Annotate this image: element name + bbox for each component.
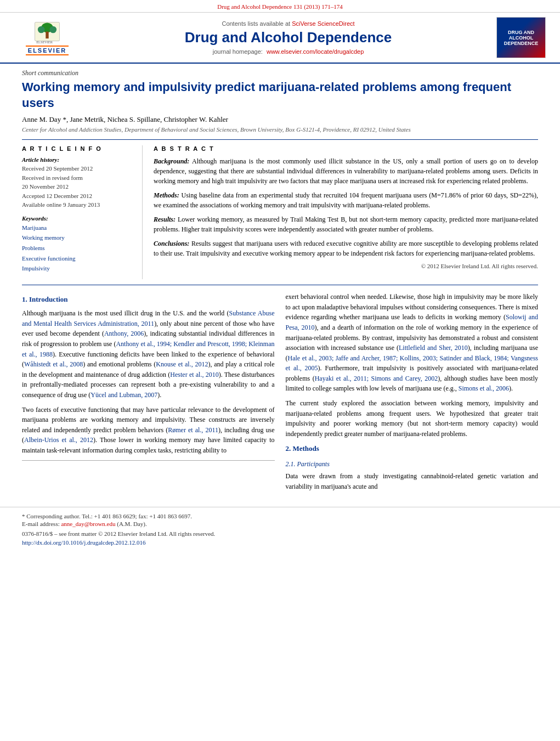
sciverse-prefix: Contents lists available at [222,20,290,27]
homepage-prefix: journal homepage: [213,48,263,55]
journal-header: ELSEVIER ELSEVIER Contents lists availab… [0,13,560,64]
keyword-item: Problems [22,243,133,253]
abstract-heading: A B S T R A C T [154,145,538,152]
elsevier-tree-icon: ELSEVIER [31,20,64,44]
methods-text: Using baseline data from an experimental… [154,191,538,209]
abstract-background: Background: Although marijuana is the mo… [154,156,538,186]
intro-para-1: Although marijuana is the most used illi… [22,308,275,400]
svg-point-3 [38,26,45,33]
sciverse-line: Contents lists available at SciVerse Sci… [86,20,491,27]
ref-albein[interactable]: Albein-Urios et al., 2012 [24,436,93,444]
body-col-left: 1. Introduction Although marijuana is th… [22,292,275,496]
conclusions-text: Results suggest that marijuana users wit… [154,240,538,257]
keyword-item: Impulsivity [22,263,133,274]
article-info-abstract-section: A R T I C L E I N F O Article history: R… [22,139,538,285]
article-section: Short communication Working memory and i… [0,64,560,501]
doi-link[interactable]: http://dx.doi.org/10.1016/j.drugalcdep.2… [22,539,146,546]
keyword-item: Marijuana [22,223,133,233]
homepage-link[interactable]: www.elsevier.com/locate/drugalcdep [267,48,364,55]
keyword-item: Executive functioning [22,253,133,264]
article-info-heading: A R T I C L E I N F O [22,145,133,152]
ref-anthony1994[interactable]: Anthony et al., 1994; Kendler and Presco… [22,340,274,358]
results-label: Results: [154,216,176,223]
article-info-column: A R T I C L E I N F O Article history: R… [22,145,143,279]
footnote-star-text: * Corresponding author. Tel.: +1 401 863… [22,513,192,519]
page-footer: * Corresponding author. Tel.: +1 401 863… [0,507,560,549]
abstract-column: A B S T R A C T Background: Although mar… [143,145,538,279]
ref-knouse[interactable]: Knouse et al., 2012 [156,360,208,368]
ref-romer[interactable]: Rømer et al., 2011 [168,426,218,434]
svg-point-4 [50,26,57,33]
journal-ref-text: Drug and Alcohol Dependence 131 (2013) 1… [217,3,343,10]
authors-text: Anne M. Day *, Jane Metrik, Nichea S. Sp… [22,115,228,123]
footnote-email-line: E-mail address: anne_day@brown.edu (A.M.… [22,521,538,527]
abstract-conclusions: Conclusions: Results suggest that mariju… [154,239,538,258]
ref-hester[interactable]: Hester et al., 2010 [170,371,218,378]
cover-text: DRUG AND ALCOHOL DEPENDENCE [499,30,543,46]
sciverse-link[interactable]: SciVerse ScienceDirect [292,20,354,27]
keywords-group: Keywords: MarijuanaWorking memoryProblem… [22,215,133,274]
journal-cover-image: DRUG AND ALCOHOL DEPENDENCE [496,17,546,58]
footnote-star-line: * Corresponding author. Tel.: +1 401 863… [22,513,538,519]
doi-line: http://dx.doi.org/10.1016/j.drugalcdep.2… [22,539,538,546]
background-label: Background: [154,157,189,165]
journal-title-area: Contents lists available at SciVerse Sci… [86,20,491,55]
authors-line: Anne M. Day *, Jane Metrik, Nichea S. Sp… [22,115,538,124]
homepage-line: journal homepage: www.elsevier.com/locat… [86,48,491,55]
ref-littlefield[interactable]: Littlefield and Sher, 2010 [399,344,468,352]
article-type-label: Short communication [22,69,538,77]
elsevier-logo-area: ELSEVIER ELSEVIER [9,20,86,55]
accepted-text: Accepted 12 December 2012 [22,191,133,201]
body-col-right: exert behavioral control when needed. Li… [286,292,539,496]
intro-para-2: Two facets of executive functioning that… [22,405,275,456]
ref-solowij[interactable]: Solowij and Pesa, 2010 [286,313,539,331]
available-text: Available online 9 January 2013 [22,200,133,210]
email-label: E-mail address: [22,521,60,527]
copyright-line: © 2012 Elsevier Ireland Ltd. All rights … [154,263,538,269]
methods-label: Methods: [154,191,179,199]
keywords-list: MarijuanaWorking memoryProblemsExecutive… [22,223,133,274]
participants-text: Data were drawn from a study investigati… [286,471,539,491]
ref-hale[interactable]: Hale et al., 2003; Jaffe and Archer, 198… [286,354,539,372]
participants-subheading: 2.1. Participants [286,459,539,470]
svg-text:ELSEVIER: ELSEVIER [36,40,53,44]
ref-yucel[interactable]: Yücel and Lubman, 2007 [90,391,157,399]
ref-simons2006[interactable]: Simons et al., 2006 [459,384,509,392]
journal-title: Drug and Alcohol Dependence [86,29,491,46]
journal-cover-area: DRUG AND ALCOHOL DEPENDENCE [491,17,551,58]
keyword-item: Working memory [22,233,133,243]
ref-anthony2006[interactable]: Anthony, 2006 [104,330,144,337]
article-title: Working memory and impulsivity predict m… [22,80,538,111]
results-text: Lower working memory, as measured by Tra… [154,216,538,233]
affiliation-line: Center for Alcohol and Addiction Studies… [22,126,538,133]
background-text: Although marijuana is the most commonly … [154,157,538,185]
intro-para-right-2: The current study explored the associati… [286,398,539,439]
revised2-text: 20 November 2012 [22,182,133,191]
abstract-methods: Methods: Using baseline data from an exp… [154,190,538,210]
issn-line: 0376-8716/$ – see front matter © 2012 El… [22,530,538,537]
page-wrapper: Drug and Alcohol Dependence 131 (2013) 1… [0,0,560,549]
conclusions-label: Conclusions: [154,240,189,247]
intro-para-right-1: exert behavioral control when needed. Li… [286,292,539,394]
article-history-group: Article history: Received 20 September 2… [22,156,133,210]
received-text: Received 20 September 2012 [22,164,133,173]
keywords-label: Keywords: [22,215,133,222]
email-link[interactable]: anne_day@brown.edu [61,521,115,527]
ref-wahistedt[interactable]: Wåhistedt et al., 2008 [24,360,83,368]
methods-heading: 2. Methods [286,443,539,454]
footnote-divider [22,460,275,461]
ref-samhsa[interactable]: Substance Abuse and Mental Health Servic… [22,309,275,327]
body-two-col: 1. Introduction Although marijuana is th… [22,292,538,496]
intro-heading: 1. Introduction [22,294,275,305]
abstract-results: Results: Lower working memory, as measur… [154,214,538,234]
email-suffix: (A.M. Day). [117,521,146,527]
journal-reference-bar: Drug and Alcohol Dependence 131 (2013) 1… [0,0,560,13]
svg-rect-2 [46,32,48,39]
ref-hayaki[interactable]: Hayaki et al., 2011; Simons and Carey, 2… [315,375,438,382]
revised-text: Received in revised form [22,173,133,183]
elsevier-brand-text: ELSEVIER [26,46,69,55]
history-label: Article history: [22,156,133,163]
